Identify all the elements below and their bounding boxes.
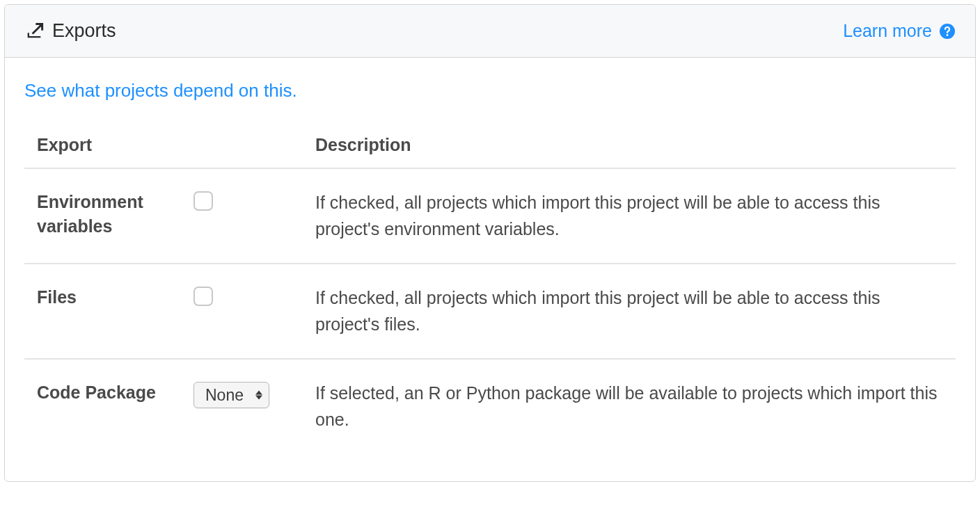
row-control: None xyxy=(193,380,315,433)
depends-link[interactable]: See what projects depend on this. xyxy=(24,80,297,102)
row-description: If checked, all projects which import th… xyxy=(315,190,943,242)
panel-header: Exports Learn more xyxy=(5,5,975,58)
learn-more-link[interactable]: Learn more xyxy=(843,21,956,41)
row-control xyxy=(193,190,315,242)
header-left-group: Exports xyxy=(24,20,116,42)
table-header: Export Description xyxy=(24,135,956,169)
row-description: If selected, an R or Python package will… xyxy=(315,380,943,433)
column-header-control-spacer xyxy=(193,135,315,155)
row-label-code-package: Code Package xyxy=(37,380,193,433)
panel-body: See what projects depend on this. Export… xyxy=(5,58,975,481)
environment-variables-checkbox[interactable] xyxy=(193,191,213,211)
table-row: Environment variables If checked, all pr… xyxy=(24,169,956,264)
row-label-files: Files xyxy=(37,285,193,337)
row-label-environment-variables: Environment variables xyxy=(37,190,193,242)
learn-more-label: Learn more xyxy=(843,21,932,41)
help-icon xyxy=(939,23,956,40)
table-row: Code Package None If selected, an R or P… xyxy=(24,360,956,453)
table-row: Files If checked, all projects which imp… xyxy=(24,264,956,360)
exports-table: Export Description Environment variables… xyxy=(24,135,956,453)
panel-title: Exports xyxy=(52,20,116,42)
column-header-export: Export xyxy=(37,135,193,155)
code-package-select[interactable]: None xyxy=(193,382,269,408)
row-description: If checked, all projects which import th… xyxy=(315,285,943,337)
column-header-description: Description xyxy=(315,135,943,155)
svg-point-1 xyxy=(947,34,949,36)
row-control xyxy=(193,285,315,337)
exports-panel: Exports Learn more See what projects dep… xyxy=(4,4,976,482)
select-wrapper: None xyxy=(193,382,269,408)
files-checkbox[interactable] xyxy=(193,287,213,306)
export-icon xyxy=(24,22,44,41)
